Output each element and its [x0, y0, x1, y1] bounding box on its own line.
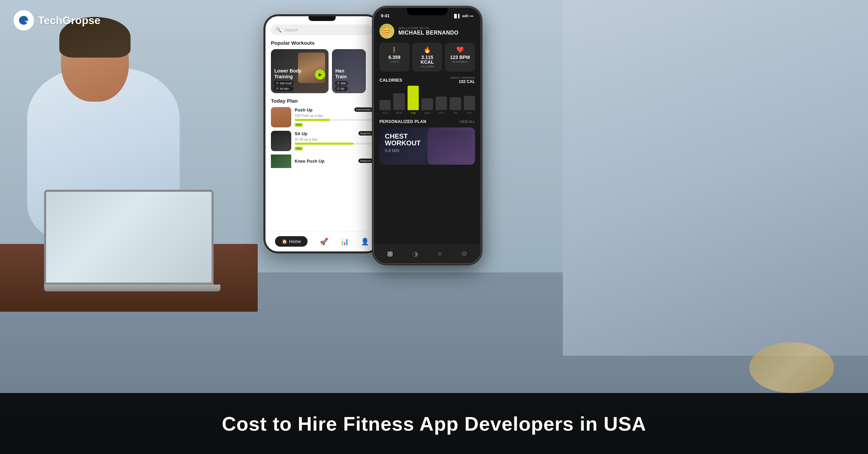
user-info: WELLCOME BACK, MICHAEL BERNANDO — [398, 26, 475, 36]
sit-up-desc: 20 Sit up a day — [295, 138, 373, 141]
workout-card-lower-body-title: Lower BodyTraining — [274, 68, 301, 80]
home-label: Home — [289, 239, 301, 244]
push-up-progress-wrapper: 45% — [295, 119, 373, 127]
sit-up-name: Sit Up — [295, 131, 308, 136]
food-bowl — [749, 342, 834, 393]
exercise-sit-up-thumb — [271, 131, 291, 151]
exercise-sit-up-info: Sit Up Beginner 20 Sit up a day 75% — [295, 131, 373, 151]
stat-card-heart: ❤️ 123 BPM HEARTBEAT — [445, 43, 475, 71]
profile-nav-icon[interactable]: 👤 — [361, 238, 369, 246]
plan-header: PERSONALIZED PLAN VIEW ALL — [379, 119, 475, 124]
fire-icon: 🔥 — [415, 46, 440, 54]
chart-bar-mon: MON — [393, 93, 405, 115]
bar-sun — [379, 100, 391, 110]
workout-card-stats: ⏱ 500 Kcal ⏱ 50 Min — [274, 81, 294, 91]
exercise-push-up-info: Push Up Intermediate 100 Push up a day 4… — [295, 107, 373, 127]
phone1-content: 🔍 Search Popular Workouts Lower BodyTrai… — [265, 21, 379, 239]
label-sun: SUN — [382, 111, 388, 115]
p2-settings-nav-icon[interactable]: ⚙ — [461, 250, 467, 258]
calories-header: CALORIES WEEKLY AVERAGE 102 CAL — [379, 76, 475, 84]
view-all-link[interactable]: VIEW ALL — [459, 120, 475, 124]
workout-cards: Lower BodyTraining ▶ ⏱ 500 Kcal ⏱ 50 Min… — [271, 49, 373, 93]
workout-card-hand-train[interactable]: HanTrain ⏱ 600 ⏱ 40 — [332, 49, 366, 93]
bar-wed — [421, 98, 433, 110]
thumb-bg — [271, 107, 291, 127]
phone2-nav: ⊞ ◑ ≡ ⚙ — [374, 244, 480, 263]
phone2: 9:41 ▐▌▌ wifi ▪▪▪ 😊 WELLCOME BACK, MICHA… — [373, 7, 481, 264]
p2-chart-nav-icon[interactable]: ◑ — [412, 250, 418, 258]
push-up-progress-bar — [295, 119, 373, 121]
push-up-badge: Intermediate — [354, 107, 373, 112]
stats-nav-icon[interactable]: 📊 — [340, 238, 349, 246]
search-icon: 🔍 — [276, 27, 281, 33]
phone1: 🔍 Search Popular Workouts Lower BodyTrai… — [264, 15, 380, 252]
time2-icon: ⏱ — [337, 87, 340, 90]
heart-value: 123 BPM — [448, 55, 472, 60]
p2-home-nav-icon[interactable]: ⊞ — [387, 250, 393, 258]
home-nav-button[interactable]: 🏠 Home — [275, 236, 308, 247]
exercise-knee-push-up-thumb — [271, 154, 291, 168]
min2-value: 40 — [341, 87, 344, 90]
thumb-bg-2 — [271, 131, 291, 151]
stats-row: 🚶 6.359 STEPS 🔥 3.115 KCAL CAL BURN ❤️ 1… — [374, 43, 480, 71]
p2-list-nav-icon[interactable]: ≡ — [438, 250, 442, 258]
workout-stat-min: ⏱ 50 Min — [274, 86, 294, 91]
bar-tue — [408, 86, 419, 110]
clock-icon: ⏱ — [276, 82, 279, 85]
logo: G TechGropse — [14, 10, 100, 30]
exercise-push-up[interactable]: Push Up Intermediate 100 Push up a day 4… — [271, 107, 373, 127]
calories-chart: SUN MON TUE WED THU FRI — [379, 87, 475, 115]
chest-workout-card[interactable]: CHESTWORKOUT 5-8 MIN — [379, 127, 475, 165]
time-icon: ⏱ — [276, 87, 279, 90]
bar-thu — [436, 97, 447, 110]
exercise-sit-up[interactable]: Sit Up Beginner 20 Sit up a day 75% — [271, 131, 373, 151]
stat-card-steps: 🚶 6.359 STEPS — [379, 43, 410, 71]
label-sat: SAT — [467, 111, 472, 115]
steps-value: 6.359 — [382, 55, 407, 60]
status-icons: ▐▌▌ wifi ▪▪▪ — [453, 14, 474, 18]
search-bar[interactable]: 🔍 Search — [271, 24, 373, 35]
kcal2-value: 600 — [341, 82, 346, 85]
status-time: 9:41 — [381, 13, 390, 18]
workout-card-lower-body[interactable]: Lower BodyTraining ▶ ⏱ 500 Kcal ⏱ 50 Min — [271, 49, 329, 93]
welcome-text: WELLCOME BACK, — [398, 26, 475, 30]
chest-workout-duration: 5-8 MIN — [385, 148, 470, 153]
plan-title: PERSONALIZED PLAN — [379, 119, 427, 124]
push-up-progress-fill — [295, 119, 330, 121]
clock2-icon: ⏱ — [337, 82, 340, 85]
phone1-nav: 🏠 Home 🚀 📊 👤 — [265, 231, 379, 251]
weekly-avg-label: WEEKLY AVERAGE — [451, 76, 475, 79]
logo-icon: G — [14, 10, 34, 30]
knee-push-up-badge: Beginner — [358, 159, 373, 163]
exercise-knee-push-up[interactable]: Knee Push Up Beginner — [271, 154, 373, 168]
workout-stat-2-min: ⏱ 40 — [335, 86, 348, 91]
phone1-notch — [309, 16, 336, 21]
stat-card-cal: 🔥 3.115 KCAL CAL BURN — [412, 43, 442, 71]
sit-up-progress-wrapper: 75% — [295, 143, 373, 151]
user-name: MICHAEL BERNANDO — [398, 30, 475, 36]
min-value: 50 Min — [280, 87, 289, 90]
exercise-knee-push-up-info: Knee Push Up Beginner — [295, 159, 373, 164]
calories-title: CALORIES — [379, 78, 402, 83]
chart-bar-thu: THU — [436, 97, 447, 115]
bar-fri — [450, 97, 461, 110]
battery-icon: ▪▪▪ — [470, 14, 474, 18]
rocket-nav-icon[interactable]: 🚀 — [320, 238, 328, 246]
right-background — [563, 0, 868, 356]
play-button[interactable]: ▶ — [315, 69, 325, 80]
weekly-avg-value: 102 CAL — [451, 79, 475, 84]
cal-label: CAL BURN — [415, 65, 440, 68]
calories-section: CALORIES WEEKLY AVERAGE 102 CAL SUN MON … — [374, 76, 480, 115]
home-icon: 🏠 — [282, 239, 287, 244]
plan-section: PERSONALIZED PLAN VIEW ALL CHESTWORKOUT … — [374, 119, 480, 165]
steps-icon: 🚶 — [382, 46, 407, 54]
label-mon: MON — [396, 111, 402, 115]
label-tue: TUE — [411, 111, 416, 115]
popular-workouts-title: Popular Workouts — [271, 40, 373, 46]
sit-up-badge: Beginner — [358, 131, 373, 136]
laptop-base — [44, 285, 220, 291]
laptop-screen — [44, 190, 214, 285]
chart-bar-tue: TUE — [408, 86, 419, 115]
push-up-desc: 100 Push up a day — [295, 114, 373, 118]
label-thu: THU — [438, 111, 444, 115]
